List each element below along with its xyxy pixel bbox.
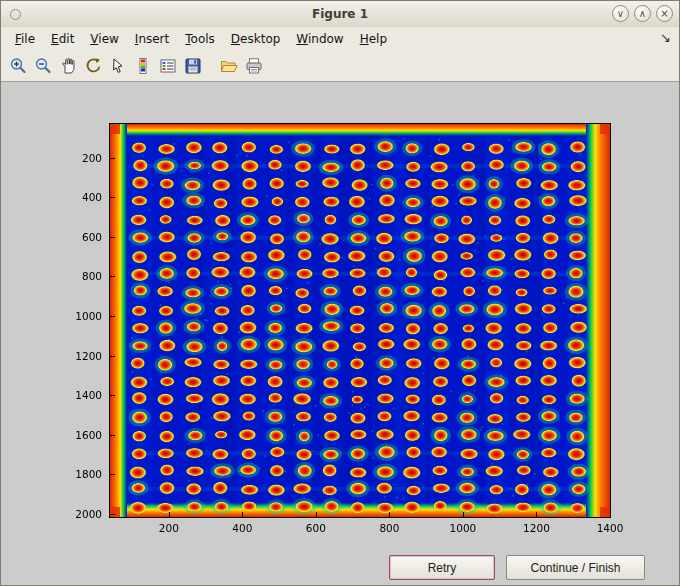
x-tick-label: 800 [379, 522, 399, 534]
toolbar [1, 50, 679, 82]
legend-button[interactable] [156, 54, 180, 78]
x-tick-label: 1000 [450, 522, 477, 534]
window-title: Figure 1 [312, 7, 368, 21]
zoom-in-icon [8, 56, 28, 76]
y-tick-label: 800 [56, 270, 102, 282]
y-tick-mark [110, 158, 115, 159]
rotate-3d-button[interactable] [81, 54, 105, 78]
dock-figure-button[interactable]: ↘ [660, 30, 671, 45]
y-tick-mark [110, 197, 115, 198]
y-tick-label: 1000 [56, 310, 102, 322]
data-cursor-icon [108, 56, 128, 76]
retry-button[interactable]: Retry [389, 555, 495, 580]
y-tick-label: 1400 [56, 389, 102, 401]
legend-icon [158, 56, 178, 76]
x-tick-mark [242, 512, 243, 517]
data-cursor-button[interactable] [106, 54, 130, 78]
figure-window: Figure 1 ∨ ∧ × FileEditViewInsertToolsDe… [0, 0, 680, 586]
menu-item-help[interactable]: Help [352, 29, 395, 49]
y-tick-mark [110, 276, 115, 277]
y-tick-mark [110, 474, 115, 475]
x-tick-label: 400 [232, 522, 252, 534]
open-folder-icon [219, 56, 239, 76]
menu-item-view[interactable]: View [82, 29, 126, 49]
x-tick-mark [610, 512, 611, 517]
y-tick-label: 1800 [56, 468, 102, 480]
colorbar-button[interactable] [131, 54, 155, 78]
x-tick-label: 200 [159, 522, 179, 534]
x-tick-label: 1200 [523, 522, 550, 534]
zoom-out-icon [33, 56, 53, 76]
menubar-items: FileEditViewInsertToolsDesktopWindowHelp [1, 27, 679, 50]
plot-image[interactable] [110, 124, 610, 517]
zoom-out-button[interactable] [31, 54, 55, 78]
axes: 2004006008001000120014002004006008001000… [109, 123, 611, 518]
rotate-3d-icon [83, 56, 103, 76]
continue-finish-button[interactable]: Continue / Finish [506, 555, 645, 580]
y-tick-label: 2000 [56, 508, 102, 520]
y-tick-mark [110, 514, 115, 515]
x-tick-mark [463, 512, 464, 517]
window-controls: ∨ ∧ × [612, 5, 673, 22]
x-tick-mark [389, 512, 390, 517]
zoom-in-button[interactable] [6, 54, 30, 78]
y-tick-label: 200 [56, 152, 102, 164]
print-icon [244, 56, 264, 76]
x-tick-label: 600 [306, 522, 326, 534]
menu-item-desktop[interactable]: Desktop [223, 29, 289, 49]
menu-item-window[interactable]: Window [288, 29, 351, 49]
y-tick-mark [110, 356, 115, 357]
x-tick-mark [536, 512, 537, 517]
y-tick-mark [110, 435, 115, 436]
close-button[interactable]: × [656, 5, 673, 22]
x-tick-label: 1400 [597, 522, 624, 534]
window-menu-icon[interactable] [10, 9, 21, 20]
y-tick-label: 1600 [56, 429, 102, 441]
titlebar[interactable]: Figure 1 ∨ ∧ × [1, 1, 679, 28]
pan-button[interactable] [56, 54, 80, 78]
open-folder-button[interactable] [217, 54, 241, 78]
y-tick-label: 600 [56, 231, 102, 243]
print-button[interactable] [242, 54, 266, 78]
pan-icon [58, 56, 78, 76]
save-icon [183, 56, 203, 76]
colorbar-icon [133, 56, 153, 76]
figure-canvas-area: 2004006008001000120014002004006008001000… [1, 82, 679, 585]
y-tick-label: 1200 [56, 350, 102, 362]
menu-item-edit[interactable]: Edit [43, 29, 82, 49]
y-tick-mark [110, 316, 115, 317]
x-tick-mark [169, 512, 170, 517]
y-tick-mark [110, 395, 115, 396]
menu-item-insert[interactable]: Insert [127, 29, 177, 49]
menu-item-tools[interactable]: Tools [177, 29, 223, 49]
y-tick-label: 400 [56, 191, 102, 203]
save-button[interactable] [181, 54, 205, 78]
maximize-button[interactable]: ∧ [634, 5, 651, 22]
y-tick-mark [110, 237, 115, 238]
x-tick-mark [316, 512, 317, 517]
minimize-button[interactable]: ∨ [612, 5, 629, 22]
menu-item-file[interactable]: File [7, 29, 43, 49]
